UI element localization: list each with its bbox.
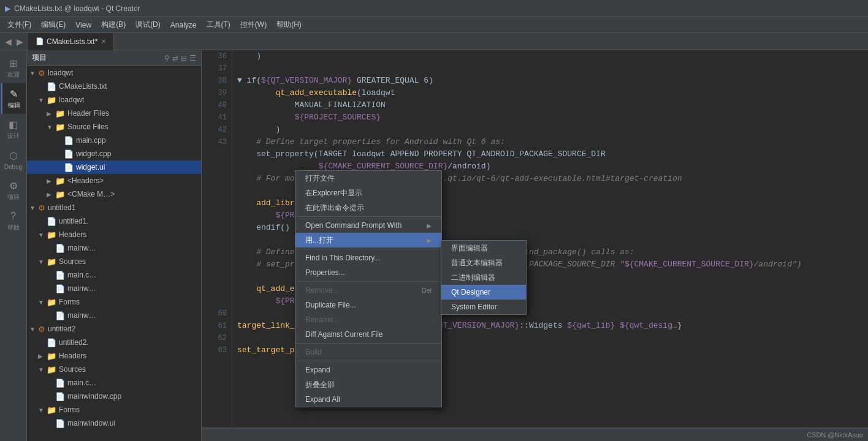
ctx-find-directory[interactable]: Find in This Directory... (295, 251, 441, 265)
tab-close-icon[interactable]: ✕ (101, 38, 106, 45)
ctx-item-label: 打开文件 (305, 173, 335, 184)
ctx-diff[interactable]: Diff Against Current File (295, 327, 441, 342)
ctx-item-label: Rename... (305, 315, 339, 324)
tree-mainw-cpp[interactable]: 📄 mainw… (27, 282, 201, 295)
panel-actions: ⚲ ⇄ ⊟ ☰ (164, 54, 196, 62)
menu-analyze[interactable]: Analyze (166, 19, 202, 31)
nav-right-icon[interactable]: ▶ (14, 37, 26, 47)
ctx-open-file[interactable]: 打开文件 (295, 171, 441, 186)
tree-widget-cpp[interactable]: 📄 widget.cpp (27, 147, 201, 160)
tree-main-c[interactable]: 📄 main.c… (27, 268, 201, 282)
tree-loadqwt-root[interactable]: ▼ ⚙ loadqwt (27, 66, 201, 80)
code-line: ${PROJECT_SOURCES} (237, 111, 863, 124)
menu-debug[interactable]: 调试(D) (131, 18, 166, 32)
tree-header-files[interactable]: ▶ 📁 Header Files (27, 107, 201, 120)
tree-item-label: mainwindow.ui (67, 419, 115, 428)
tree-untitled2-main[interactable]: 📄 main.c… (27, 376, 201, 390)
arrow-icon: ▶ (47, 178, 55, 184)
file-icon: 📄 (55, 284, 65, 293)
tree-untitled2-mainwindow[interactable]: 📄 mainwindow.cpp (27, 390, 201, 403)
ctx-open-command-prompt-with[interactable]: Open Command Prompt With ▶ (295, 218, 441, 233)
tree-item-label: loadqwt (59, 96, 84, 104)
tree-loadqwt-folder[interactable]: ▼ 📁 loadqwt (27, 93, 201, 107)
file-icon: 📄 (55, 244, 65, 253)
arrow-icon: ▼ (29, 205, 38, 211)
tree-untitled1-headers[interactable]: ▼ 📁 Headers (27, 228, 201, 241)
tree-mainw-header[interactable]: 📄 mainw… (27, 241, 201, 255)
tree-main-cpp[interactable]: 📄 main.cpp (27, 134, 201, 147)
submenu-system-editor[interactable]: System Editor (441, 300, 526, 314)
tree-untitled1-root[interactable]: ▼ ⚙ untitled1 (27, 201, 201, 214)
ctx-command-prompt[interactable]: 在此弹出命令提示 (295, 200, 441, 215)
project-icon: ⚙ (38, 69, 45, 78)
ctx-separator (295, 216, 441, 217)
code-line: set_property(TARGET loadqwt APPEND PROPE… (237, 148, 863, 160)
arrow-icon: ▼ (38, 366, 47, 373)
tree-untitled1-file[interactable]: 📄 untitled1. (27, 214, 201, 228)
tree-untitled1-forms[interactable]: ▼ 📁 Forms (27, 295, 201, 309)
folder-icon: 📁 (55, 109, 65, 118)
menu-edit[interactable]: 编辑(E) (36, 18, 70, 32)
file-icon: 📄 (55, 419, 65, 428)
menu-build[interactable]: 构建(B) (96, 18, 131, 32)
options-icon[interactable]: ☰ (189, 54, 196, 62)
submenu-qt-designer[interactable]: Qt Designer (441, 285, 526, 300)
sidebar-item-help[interactable]: ? 帮助 (1, 206, 26, 236)
tree-item-label: <CMake M…> (67, 190, 115, 198)
menu-tools[interactable]: 工具(T) (202, 18, 235, 32)
file-icon: 📄 (64, 149, 74, 159)
arrow-icon: ▼ (38, 407, 47, 413)
tree-mainw-ui[interactable]: 📄 mainw… (27, 309, 201, 322)
tree-untitled2-headers[interactable]: ▶ 📁 Headers (27, 349, 201, 363)
ctx-show-explorer[interactable]: 在Explorer中显示 (295, 186, 441, 200)
sidebar-item-design[interactable]: ◧ 设计 (1, 114, 26, 145)
sync-icon[interactable]: ⇄ (172, 54, 178, 62)
tree-headers-special[interactable]: ▶ 📁 <Headers> (27, 174, 201, 187)
status-bar: CSDN @NickAsuo (202, 428, 868, 441)
tree-source-files[interactable]: ▼ 📁 Source Files (27, 120, 201, 134)
menu-help[interactable]: 帮助(H) (272, 18, 306, 32)
menu-controls[interactable]: 控件(W) (235, 18, 272, 32)
arrow-icon: ▶ (38, 353, 47, 360)
tree-cmakelist-file[interactable]: 📄 CMakeLists.txt (27, 80, 201, 93)
sidebar-item-debug[interactable]: ⬡ Debug (1, 145, 26, 175)
collapse-icon[interactable]: ⊟ (181, 54, 187, 62)
ctx-duplicate[interactable]: Duplicate File... (295, 298, 441, 312)
ctx-properties[interactable]: Properties... (295, 265, 441, 280)
nav-left-icon[interactable]: ◀ (2, 37, 14, 47)
tab-cmakelist[interactable]: 📄 CMakeLists.txt* ✕ (28, 33, 114, 50)
submenu-ui-editor[interactable]: 界面编辑器 (441, 241, 526, 255)
sidebar-item-project[interactable]: ⚙ 项目 (1, 175, 26, 206)
sidebar-item-welcome[interactable]: ⊞ 欢迎 (1, 53, 26, 83)
tree-untitled2-file[interactable]: 📄 untitled2. (27, 336, 201, 349)
ctx-item-label: Remove... (305, 286, 339, 295)
tree-widget-ui[interactable]: 📄 widget.ui (27, 160, 201, 174)
tab-label: CMakeLists.txt* (47, 37, 97, 46)
tree-mainwindow-ui[interactable]: 📄 mainwindow.ui (27, 417, 201, 430)
sidebar-item-edit[interactable]: ✎ 编辑 (1, 83, 26, 114)
menu-view[interactable]: View (70, 19, 96, 31)
tree-untitled2-forms[interactable]: ▼ 📁 Forms (27, 403, 201, 417)
ctx-expand-all[interactable]: Expand All (295, 392, 441, 407)
submenu-arrow-icon: ▶ (427, 222, 432, 229)
file-icon: 📄 (55, 311, 65, 320)
title-bar: ▶ CMakeLists.txt @ loadqwt - Qt Creator (0, 0, 868, 17)
ctx-collapse-all[interactable]: 折叠全部 (295, 377, 441, 392)
tree-untitled1-sources[interactable]: ▼ 📁 Sources (27, 255, 201, 268)
tree-untitled2-sources[interactable]: ▼ 📁 Sources (27, 363, 201, 376)
submenu-binary-editor[interactable]: 二进制编辑器 (441, 270, 526, 285)
tab-nav-prev: ◀ ▶ (0, 37, 28, 47)
ctx-open-with[interactable]: 用...打开 ▶ (295, 233, 441, 247)
tree-cmake-module[interactable]: ▶ 📁 <CMake M…> (27, 187, 201, 201)
file-icon: 📄 (55, 271, 65, 280)
tree-item-label: loadqwt (48, 69, 73, 77)
ctx-expand[interactable]: Expand (295, 363, 441, 377)
sidebar-label-debug: Debug (4, 164, 22, 170)
project-icon: ⚙ (7, 179, 20, 192)
filter-icon[interactable]: ⚲ (164, 54, 170, 62)
tree-untitled2-root[interactable]: ▼ ⚙ untitled2 (27, 322, 201, 336)
tree-item-label: Forms (59, 298, 80, 306)
submenu-text-editor[interactable]: 普通文本编辑器 (441, 255, 526, 270)
menu-file[interactable]: 文件(F) (2, 18, 36, 32)
tree-item-label: CMakeLists.txt (59, 82, 107, 91)
